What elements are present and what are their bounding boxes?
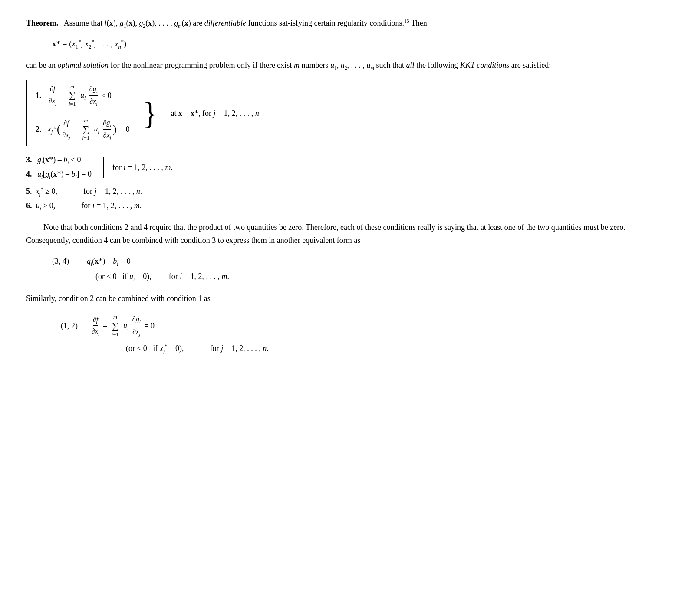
equiv-34-line2: (or ≤ 0 if ui = 0), for i = 1, 2, . . . … <box>95 271 652 283</box>
condition-5: 5. xj* ≥ 0, <box>26 186 57 198</box>
at-text: at x = x*, for j = 1, 2, . . . , n. <box>171 108 261 119</box>
equiv-12-or: (or ≤ 0 if xj* = 0), <box>126 343 184 355</box>
conditions-5-6: 5. xj* ≥ 0, for j = 1, 2, . . . , n. 6. … <box>26 186 652 213</box>
condition-3-label: 3. <box>26 154 35 166</box>
conditions-3-4-block: 3. gi(x*) – bi ≤ 0 4. ui[gi(x*) – bi] = … <box>26 154 92 181</box>
condition-4-math: ui[gi(x*) – bi] = 0 <box>37 168 92 181</box>
partial-gi-xj-frac-2: ∂gi ∂xj <box>103 118 111 141</box>
frac-f-xj-12: ∂f ∂xj <box>92 315 99 337</box>
kkt-conditions-12: 1. ∂f ∂xj – m ∑ i=1 ui ∂gi ∂ <box>26 80 652 146</box>
can-be-paragraph: can be an optimal solution for the nonli… <box>26 59 652 72</box>
conditions-3-4-container: 3. gi(x*) – bi ≤ 0 4. ui[gi(x*) – bi] = … <box>26 154 652 181</box>
equiv-form-34: (3, 4) gi(x*) – bi = 0 (or ≤ 0 if ui = 0… <box>26 256 652 283</box>
equiv-34-or: (or ≤ 0 if ui = 0), <box>95 271 151 283</box>
condition-4-label: 4. <box>26 168 35 180</box>
equiv-34-label: (3, 4) <box>52 256 78 267</box>
equiv-34-line1: (3, 4) gi(x*) – bi = 0 <box>52 256 652 268</box>
condition-6: 6. ui ≥ 0, <box>26 200 55 213</box>
condition-6-row: 6. ui ≥ 0, for i = 1, 2, . . . , m. <box>26 200 652 213</box>
equiv-12-label: (1, 2) <box>61 320 78 332</box>
brace-34 <box>100 157 104 178</box>
theorem-intro: Theorem. Assume that f(x), g1(x), g2(x),… <box>26 17 652 30</box>
equiv-12-for: for j = 1, 2, . . . , n. <box>210 343 269 355</box>
note-paragraph: Note that both conditions 2 and 4 requir… <box>26 221 652 247</box>
equiv-12-math: ∂f ∂xj – m ∑ i=1 ui ∂gi ∂xj = 0 <box>91 313 155 338</box>
condition-2: 2. xj* ( ∂f ∂xj – m ∑ i=1 ui <box>36 117 130 142</box>
condition-1-label: 1. <box>36 90 44 102</box>
condition-3-math: gi(x*) – bi ≤ 0 <box>37 154 81 167</box>
sum-block-12: m ∑ i=1 <box>112 313 118 338</box>
sum-block-1: m ∑ i=1 <box>69 83 76 108</box>
xstar-equation: x* = (x1*, x2*, . . . , xn*) <box>52 38 652 51</box>
right-brace: } <box>143 98 158 129</box>
condition-5-row: 5. xj* ≥ 0, for j = 1, 2, . . . , n. <box>26 186 652 198</box>
equiv-34-for: for i = 1, 2, . . . , m. <box>169 271 229 283</box>
partial-gi-xj-frac-1: ∂gi ∂xj <box>89 84 98 108</box>
condition-1-math: ∂f ∂xj – m ∑ i=1 ui ∂gi ∂xj ≤ 0 <box>48 83 112 108</box>
for-i-34: for i = 1, 2, . . . , m. <box>112 162 173 174</box>
condition-6-for: for i = 1, 2, . . . , m. <box>81 200 142 213</box>
condition-4-row: 4. ui[gi(x*) – bi] = 0 <box>26 168 92 181</box>
partial-f-xj-frac: ∂f ∂xj <box>49 84 56 107</box>
conditions-1-2-block: 1. ∂f ∂xj – m ∑ i=1 ui ∂gi ∂ <box>26 80 130 146</box>
theorem-section: Theorem. Assume that f(x), g1(x), g2(x),… <box>26 17 652 356</box>
sum-block-2: m ∑ i=1 <box>82 117 89 142</box>
equiv-12-main-row: (1, 2) ∂f ∂xj – m ∑ i=1 ui ∂gi ∂xj = 0 <box>61 313 652 338</box>
equiv-form-12: (1, 2) ∂f ∂xj – m ∑ i=1 ui ∂gi ∂xj = 0 <box>26 313 652 355</box>
condition-2-math: xj* ( ∂f ∂xj – m ∑ i=1 ui ∂gi <box>48 117 130 142</box>
equiv-12-or-row: (or ≤ 0 if xj* = 0), for j = 1, 2, . . .… <box>126 343 652 355</box>
partial-f-xj-frac-2: ∂f ∂xj <box>62 118 70 141</box>
condition-2-label: 2. <box>36 124 44 135</box>
theorem-title: Theorem. <box>26 19 58 27</box>
similarly-paragraph: Similarly, condition 2 can be combined w… <box>26 292 652 305</box>
condition-3-row: 3. gi(x*) – bi ≤ 0 <box>26 154 92 167</box>
frac-gi-xj-12: ∂gi ∂xj <box>132 314 141 338</box>
condition-5-for: for j = 1, 2, . . . , n. <box>83 186 142 198</box>
equiv-34-math1: gi(x*) – bi = 0 <box>87 256 131 268</box>
condition-1: 1. ∂f ∂xj – m ∑ i=1 ui ∂gi ∂ <box>36 83 130 108</box>
